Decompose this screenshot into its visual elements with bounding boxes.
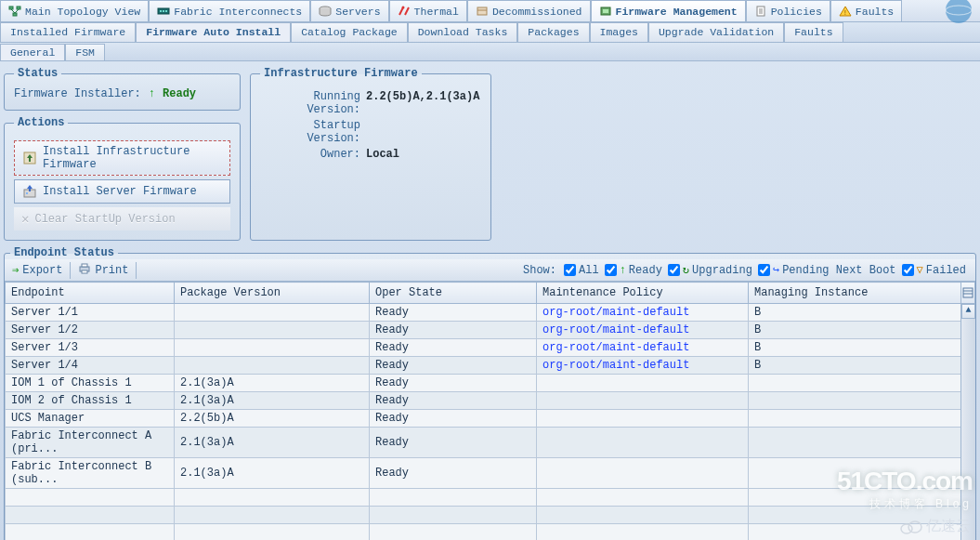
tert-tab-fsm[interactable]: FSM [65,44,105,60]
ready-arrow-icon: ↑ [620,264,626,277]
cell [537,375,749,392]
table-row[interactable]: Server 1/2Readyorg-root/maint-defaultB [6,322,975,339]
infra-value: 2.2(5b)A,2.1(3a)A [366,90,479,116]
col-header-package-version[interactable]: Package Version [175,283,370,304]
table-row[interactable]: Fabric Interconnect A (pri...2.1(3a)ARea… [6,428,975,458]
filter-label: Pending Next Boot [782,264,895,277]
cell: Ready [370,428,537,458]
filter-pending-next-boot[interactable]: ↪ Pending Next Boot [758,263,896,277]
table-row[interactable]: IOM 2 of Chassis 12.1(3a)AReady [6,392,975,410]
main-tab-servers[interactable]: Servers [310,0,388,21]
table-row[interactable]: Server 1/4Readyorg-root/maint-defaultB [6,357,975,375]
column-settings-button[interactable] [960,282,975,304]
sub-tab-download-tasks[interactable]: Download Tasks [408,22,518,42]
main-tab-policies[interactable]: Policies [746,0,830,21]
sub-tab-bar: Installed FirmwareFirmware Auto InstallC… [0,22,980,43]
print-button[interactable]: Print [74,260,132,281]
cell: Ready [370,375,537,392]
sub-tab-installed-firmware[interactable]: Installed Firmware [0,22,136,42]
toolbar-separator [136,262,137,279]
svg-point-7 [163,10,164,12]
svg-point-28 [26,192,28,194]
main-tab-main-topology-view[interactable]: Main Topology View [0,0,149,21]
infra-key: Owner: [260,148,360,161]
table-row-empty [6,524,975,541]
col-header-oper-state[interactable]: Oper State [370,283,537,304]
cell: Ready [370,410,537,428]
cell [175,304,370,322]
maintenance-policy-link[interactable]: org-root/maint-default [537,357,749,375]
filter-checkbox[interactable] [605,264,617,276]
tertiary-tab-bar: GeneralFSM [0,43,980,61]
cell-empty [175,524,370,541]
install-icon [22,151,37,165]
cell-empty [537,524,749,541]
main-tab-decommissioned[interactable]: Decommissioned [467,0,591,21]
tert-tab-general[interactable]: General [0,44,65,60]
install-infrastructure-firmware-button[interactable]: Install Infrastructure Firmware [14,140,230,176]
svg-line-4 [15,9,19,13]
sub-tab-firmware-auto-install[interactable]: Firmware Auto Install [136,22,291,42]
maintenance-policy-link[interactable]: org-root/maint-default [537,304,749,322]
scroll-up-button[interactable]: ▲ [961,304,975,319]
table-row[interactable]: IOM 1 of Chassis 12.1(3a)AReady [6,375,975,392]
main-tab-faults[interactable]: !Faults [830,0,902,21]
infra-row: Owner:Local [260,148,481,161]
cell-empty [537,489,749,507]
cell-empty [175,489,370,507]
thermal-icon [398,6,411,17]
main-tab-label: Firmware Management [616,6,738,18]
cell [175,357,370,375]
sub-tab-packages[interactable]: Packages [517,22,589,42]
filter-checkbox[interactable] [564,264,576,276]
table-row[interactable]: Fabric Interconnect B (sub...2.1(3a)ARea… [6,458,975,489]
action-label: Install Infrastructure Firmware [43,145,222,171]
filter-upgrading[interactable]: ↻ Upgrading [668,263,752,277]
policies-icon [754,6,767,17]
cell [749,458,975,489]
main-tab-fabric-interconnects[interactable]: Fabric Interconnects [149,0,310,21]
filter-all[interactable]: All [564,264,599,277]
cell: IOM 2 of Chassis 1 [6,392,175,410]
table-row[interactable]: Server 1/1Readyorg-root/maint-defaultB [6,304,975,322]
filter-failed[interactable]: ▽ Failed [902,263,966,277]
action-label: Install Server Firmware [43,185,197,198]
table-row[interactable]: UCS Manager2.2(5b)AReady [6,410,975,428]
cell [175,322,370,339]
infra-value: Local [366,148,399,161]
maintenance-policy-link[interactable]: org-root/maint-default [537,339,749,357]
table-row[interactable]: Server 1/3Readyorg-root/maint-defaultB [6,339,975,357]
warning-icon: ▽ [917,263,923,277]
main-tab-thermal[interactable]: Thermal [389,0,467,21]
filter-checkbox[interactable] [902,264,914,276]
col-header-managing-instance[interactable]: Managing Instance [749,283,975,304]
svg-rect-2 [13,13,17,16]
main-tab-firmware-management[interactable]: Firmware Management [591,0,746,21]
cell [749,375,975,392]
col-header-maintenance-policy[interactable]: Maintenance Policy [537,283,749,304]
cell [175,339,370,357]
main-tab-label: Main Topology View [25,6,140,18]
endpoint-status-group: Endpoint Status ⇒ Export Print Show: All… [4,246,976,540]
maintenance-policy-link[interactable]: org-root/maint-default [537,322,749,339]
install-server-firmware-button[interactable]: Install Server Firmware [14,179,230,204]
col-header-endpoint[interactable]: Endpoint [6,283,175,304]
pending-arrow-icon: ↪ [773,263,779,277]
sub-tab-upgrade-validation[interactable]: Upgrade Validation [648,22,784,42]
filter-checkbox[interactable] [668,264,680,276]
cell: Ready [370,304,537,322]
sub-tab-faults[interactable]: Faults [784,22,843,42]
status-group: Status Firmware Installer: ↑ Ready [4,67,241,111]
vertical-scrollbar[interactable]: ▲ ▼ [960,304,975,540]
cell: 2.1(3a)A [175,458,370,489]
filter-ready[interactable]: ↑ Ready [605,264,662,277]
endpoint-toolbar: ⇒ Export Print Show: All↑ Ready↻ Upgradi… [5,259,975,282]
sub-tab-images[interactable]: Images [590,22,648,42]
endpoint-title: Endpoint Status [10,246,118,259]
sub-tab-catalog-package[interactable]: Catalog Package [291,22,408,42]
svg-line-3 [11,9,15,13]
decom-icon [476,6,489,17]
export-button[interactable]: ⇒ Export [8,261,66,279]
printer-icon [78,262,91,279]
filter-checkbox[interactable] [758,264,770,276]
